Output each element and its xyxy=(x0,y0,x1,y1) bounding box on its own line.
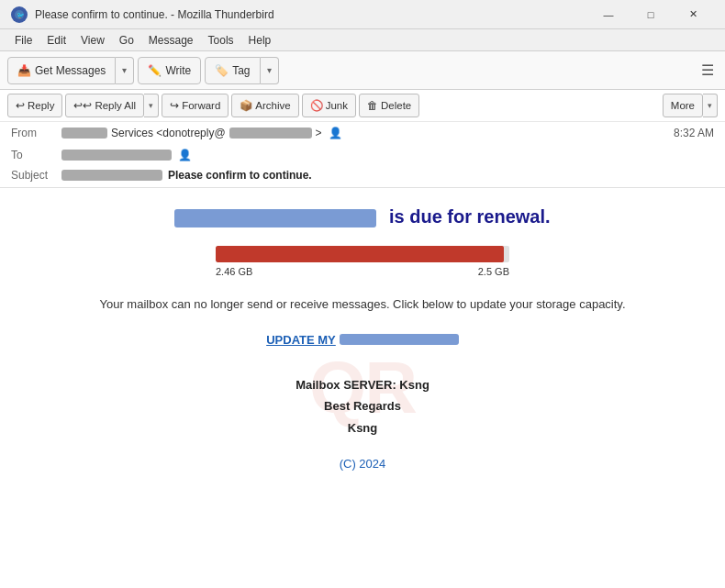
signature-line3: Ksng xyxy=(87,417,638,438)
get-messages-icon: 📥 xyxy=(17,64,31,77)
signature: Mailbox SERVER: Ksng Best Regards Ksng xyxy=(87,374,638,438)
svg-text:🐦: 🐦 xyxy=(17,11,25,19)
subject-label: Subject xyxy=(11,169,61,182)
copyright: (C) 2024 xyxy=(87,457,638,471)
domain-blurred xyxy=(174,209,376,227)
storage-used-label: 2.46 GB xyxy=(216,266,252,277)
get-messages-button[interactable]: 📥 Get Messages xyxy=(7,57,116,84)
menu-message[interactable]: Message xyxy=(141,32,201,49)
storage-labels: 2.46 GB 2.5 GB xyxy=(216,266,509,277)
from-bracket: > xyxy=(316,127,322,139)
email-content: is due for renewal. 2.46 GB 2.5 GB Your … xyxy=(87,206,638,471)
menu-tools[interactable]: Tools xyxy=(201,32,241,49)
write-icon: ✏️ xyxy=(148,64,162,77)
subject-text: Please confirm to continue. xyxy=(168,169,312,182)
from-email-blurred xyxy=(229,128,312,139)
menu-bar: File Edit View Go Message Tools Help xyxy=(0,29,725,51)
menu-file[interactable]: File xyxy=(7,32,39,49)
minimize-button[interactable]: — xyxy=(587,0,630,29)
email-body: QR is due for renewal. 2.46 GB 2.5 GB Yo… xyxy=(0,188,725,588)
from-value: Services <donotreply@ > 👤 xyxy=(61,127,342,139)
address-book-icon[interactable]: 👤 xyxy=(329,127,342,139)
from-row: From Services <donotreply@ > 👤 8:32 AM xyxy=(0,122,725,144)
main-area: ↩ Reply ↩↩ Reply All ▾ ↪ Forward 📦 Archi… xyxy=(0,90,725,588)
menu-view[interactable]: View xyxy=(73,32,112,49)
forward-button[interactable]: ↪ Forward xyxy=(162,94,229,117)
reply-all-icon: ↩↩ xyxy=(73,99,92,112)
to-label: To xyxy=(11,149,61,161)
get-messages-dropdown[interactable]: ▾ xyxy=(116,57,134,84)
storage-bar-fill xyxy=(216,246,504,262)
maximize-button[interactable]: □ xyxy=(630,0,672,29)
email-time: 8:32 AM xyxy=(674,127,714,139)
email-action-bar: ↩ Reply ↩↩ Reply All ▾ ↪ Forward 📦 Archi… xyxy=(0,90,725,122)
window-title: Please confirm to continue. - Mozilla Th… xyxy=(35,8,274,21)
app-icon: 🐦 xyxy=(11,6,28,23)
more-dropdown[interactable]: ▾ xyxy=(703,94,718,117)
archive-button[interactable]: 📦 Archive xyxy=(231,94,298,117)
reply-all-dropdown[interactable]: ▾ xyxy=(144,94,159,117)
storage-total-label: 2.5 GB xyxy=(478,266,509,277)
storage-bar-container xyxy=(216,246,509,262)
write-button[interactable]: ✏️ Write xyxy=(138,57,201,84)
subject-row: Subject Please confirm to continue. xyxy=(0,166,725,187)
renewal-title: is due for renewal. xyxy=(87,206,638,227)
menu-go[interactable]: Go xyxy=(112,32,141,49)
to-row: To 👤 xyxy=(0,144,725,166)
title-bar: 🐦 Please confirm to continue. - Mozilla … xyxy=(0,0,725,29)
delete-button[interactable]: 🗑 Delete xyxy=(359,94,419,117)
delete-icon: 🗑 xyxy=(367,100,378,111)
hamburger-menu[interactable]: ☰ xyxy=(697,58,718,83)
email-header: ↩ Reply ↩↩ Reply All ▾ ↪ Forward 📦 Archi… xyxy=(0,90,725,188)
from-service: Services <donotreply@ xyxy=(111,127,226,139)
menu-help[interactable]: Help xyxy=(241,32,279,49)
subject-blurred xyxy=(61,170,162,181)
forward-icon: ↪ xyxy=(170,99,179,112)
update-link[interactable]: UPDATE MY xyxy=(266,333,459,347)
signature-line2: Best Regards xyxy=(87,395,638,416)
archive-icon: 📦 xyxy=(240,99,252,112)
to-value: 👤 xyxy=(61,149,192,161)
signature-line1: Mailbox SERVER: Ksng xyxy=(87,374,638,395)
window-controls: — □ ✕ xyxy=(587,0,714,29)
close-button[interactable]: ✕ xyxy=(672,0,714,29)
toolbar: 📥 Get Messages ▾ ✏️ Write 🏷️ Tag ▾ ☰ xyxy=(0,51,725,90)
reply-all-button[interactable]: ↩↩ Reply All xyxy=(65,94,144,117)
reply-icon: ↩ xyxy=(16,99,25,112)
junk-button[interactable]: 🚫 Junk xyxy=(302,94,356,117)
warning-text: Your mailbox can no longer send or recei… xyxy=(87,295,638,315)
update-blurred xyxy=(340,334,459,345)
junk-icon: 🚫 xyxy=(310,99,323,112)
to-blurred xyxy=(61,150,172,161)
to-address-icon[interactable]: 👤 xyxy=(178,149,192,161)
reply-button[interactable]: ↩ Reply xyxy=(7,94,62,117)
menu-edit[interactable]: Edit xyxy=(39,32,73,49)
tag-icon: 🏷️ xyxy=(215,64,229,77)
more-button[interactable]: More xyxy=(663,94,703,117)
update-link-container: UPDATE MY xyxy=(87,333,638,347)
from-label: From xyxy=(11,127,61,139)
tag-dropdown[interactable]: ▾ xyxy=(261,57,279,84)
from-blurred xyxy=(61,128,107,139)
tag-button[interactable]: 🏷️ Tag xyxy=(205,57,260,84)
